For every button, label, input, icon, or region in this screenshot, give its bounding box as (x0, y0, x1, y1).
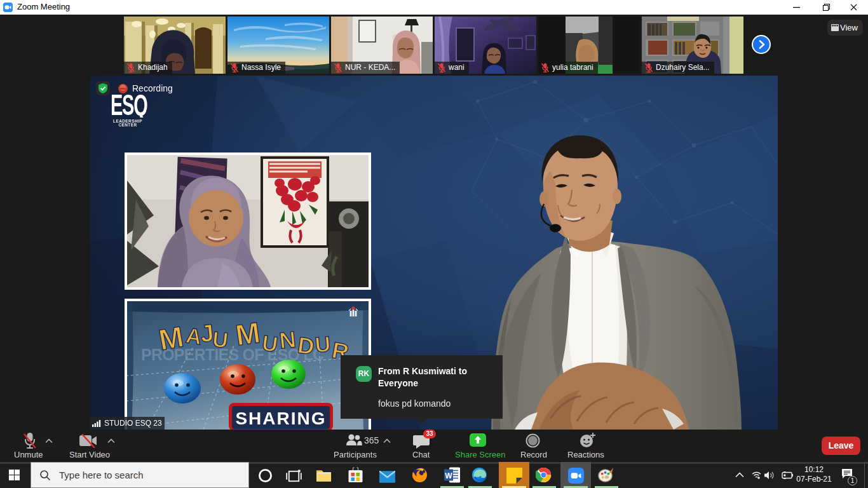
svg-text:U: U (261, 330, 280, 356)
svg-text:N: N (278, 326, 297, 353)
svg-text:M: M (233, 316, 262, 352)
svg-text:SHARING: SHARING (235, 409, 326, 428)
svg-text:W: W (445, 471, 452, 480)
svg-text:U: U (314, 332, 332, 357)
svg-text:U: U (211, 327, 229, 352)
